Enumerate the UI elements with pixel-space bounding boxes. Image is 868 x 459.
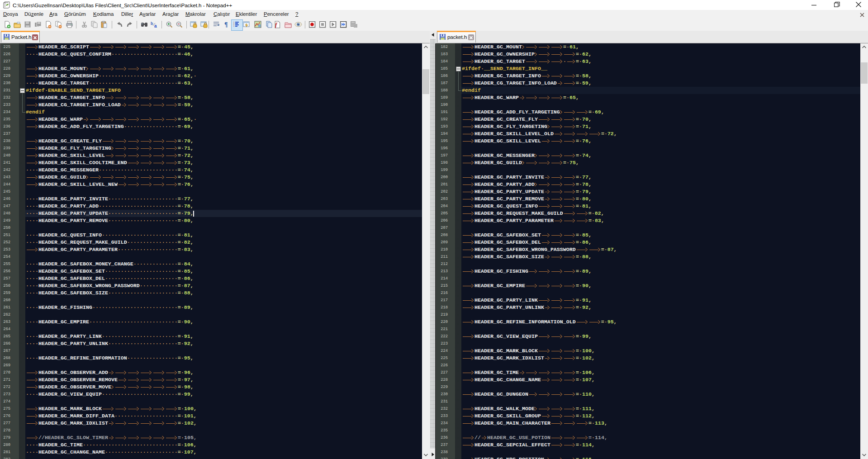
svg-text:a: a <box>154 24 157 28</box>
svg-text:¶: ¶ <box>224 21 228 28</box>
svg-text:b: b <box>151 21 153 26</box>
